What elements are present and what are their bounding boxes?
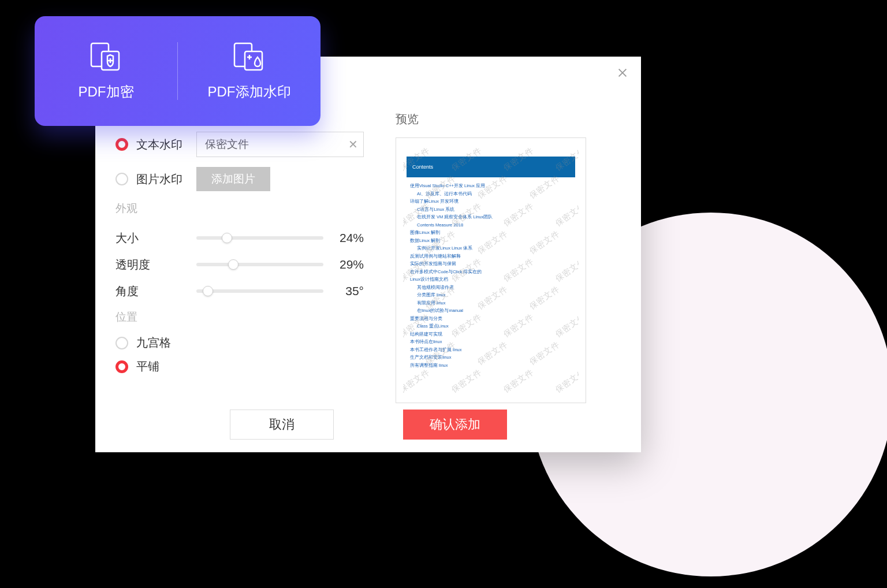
watermark-text: 保密文件 xyxy=(403,284,406,312)
watermark-text: 保密文件 xyxy=(475,145,509,146)
watermark-label: PDF添加水印 xyxy=(208,83,291,101)
watermark-text: 保密文件 xyxy=(403,367,432,395)
encrypt-icon xyxy=(88,41,125,72)
angle-value: 35° xyxy=(323,284,364,298)
watermark-text: 保密文件 xyxy=(423,395,457,396)
watermark-text: 保密文件 xyxy=(403,395,406,396)
tile-position-radio[interactable] xyxy=(115,360,128,373)
watermark-text: 保密文件 xyxy=(423,145,457,146)
watermark-text: 保密文件 xyxy=(449,367,483,395)
text-watermark-row: 文本水印 ✕ xyxy=(115,132,364,157)
preview-title: 预览 xyxy=(396,111,624,127)
dialog-footer: 取消 确认添加 xyxy=(95,410,641,440)
preview-doc-line: 所有调整指南 linux xyxy=(410,362,572,370)
opacity-slider-row: 透明度 29% xyxy=(115,253,364,276)
confirm-button[interactable]: 确认添加 xyxy=(403,410,507,440)
tile-position-row: 平铺 xyxy=(115,359,364,374)
preview-doc-line: AI、涉及库、运行本书代码 xyxy=(410,190,572,198)
size-value: 24% xyxy=(323,231,364,245)
text-watermark-label: 文本水印 xyxy=(136,137,188,152)
grid-position-row: 九宫格 xyxy=(115,335,364,351)
watermark-text: 保密文件 xyxy=(553,367,579,395)
preview-doc-header: Contents xyxy=(407,157,575,177)
preview-doc-line: 实例让开发Linux Linux 体系 xyxy=(410,244,572,252)
preview-doc-line: 反测试用例与继站和解释 xyxy=(410,252,572,260)
preview-doc-line: 图像Linux 解剖 xyxy=(410,229,572,237)
clear-input-button[interactable]: ✕ xyxy=(348,139,358,150)
angle-slider[interactable] xyxy=(196,289,323,293)
watermark-text: 保密文件 xyxy=(403,228,406,256)
opacity-value: 29% xyxy=(323,258,364,271)
angle-slider-row: 角度 35° xyxy=(115,280,364,303)
position-section-title: 位置 xyxy=(115,310,364,325)
size-slider-row: 大小 24% xyxy=(115,226,364,250)
watermark-text: 保密文件 xyxy=(475,395,509,396)
preview-doc-line: 在许多模式中Code与Click 得实在的 xyxy=(410,268,572,276)
preview-doc-line: C语言与Linux 系统 xyxy=(410,206,572,214)
opacity-slider[interactable] xyxy=(196,263,323,266)
encrypt-label: PDF加密 xyxy=(79,83,134,101)
preview-doc-line: 详细了解Linux 开发环境 xyxy=(410,198,572,206)
image-watermark-label: 图片水印 xyxy=(136,172,188,187)
watermark-text: 保密文件 xyxy=(501,367,535,395)
image-watermark-radio[interactable] xyxy=(115,173,128,185)
preview-doc-line: 本书工程作者与扩展 linux xyxy=(410,346,572,354)
watermark-text: 保密文件 xyxy=(403,173,406,201)
preview-doc-line: Linux设计指南文档 xyxy=(410,276,572,284)
preview-doc-line: Contents Measure 2018 xyxy=(410,221,572,229)
watermark-option[interactable]: PDF添加水印 xyxy=(178,41,320,101)
preview-doc-line: 生产文档和安装linux xyxy=(410,353,572,362)
image-watermark-row: 图片水印 添加图片 xyxy=(115,166,364,192)
preview-doc-line: 实际的开发指南与保留 xyxy=(410,260,572,268)
opacity-label: 透明度 xyxy=(115,257,196,273)
preview-doc-line: Class 重点Linux xyxy=(410,322,572,330)
preview-doc-line: 在线开发 VM 观察安全体系 Linux团队 xyxy=(410,213,572,221)
preview-doc-line: 分类图库 linux xyxy=(410,291,572,299)
cancel-button[interactable]: 取消 xyxy=(230,410,334,440)
preview-doc-line: 在linux的试验与manual xyxy=(410,307,572,315)
feature-card: PDF加密 PDF添加水印 xyxy=(35,16,320,126)
preview-frame: Contents 使用Visual Studio C++开发 Linux 应用A… xyxy=(396,137,586,403)
preview-doc-line: 使用Visual Studio C++开发 Linux 应用 xyxy=(410,182,572,190)
preview-doc-line: 有限应用 linux xyxy=(410,299,572,307)
watermark-icon xyxy=(231,41,268,72)
watermark-text: 保密文件 xyxy=(527,395,561,396)
close-button[interactable] xyxy=(614,65,631,81)
preview-panel: 预览 Contents 使用Visual Studio C++开发 Linux … xyxy=(396,111,624,403)
size-slider[interactable] xyxy=(196,236,323,240)
grid-position-radio[interactable] xyxy=(115,337,128,349)
watermark-text: 保密文件 xyxy=(527,145,561,146)
preview-doc-body: 使用Visual Studio C++开发 Linux 应用AI、涉及库、运行本… xyxy=(410,182,572,369)
watermark-text: 保密文件 xyxy=(403,339,406,367)
preview-doc-line: 结构搭建可实现 xyxy=(410,330,572,338)
preview-doc-line: 重要流程与分类 xyxy=(410,315,572,323)
preview-doc-line: 数据Linux 解剖 xyxy=(410,237,572,245)
preview-document: Contents 使用Visual Studio C++开发 Linux 应用A… xyxy=(403,145,579,396)
angle-label: 角度 xyxy=(115,284,196,299)
size-label: 大小 xyxy=(115,230,196,246)
close-icon xyxy=(616,66,629,79)
preview-doc-line: 其他规模阅读作者 xyxy=(410,284,572,292)
watermark-text: 保密文件 xyxy=(403,145,406,146)
tile-position-label: 平铺 xyxy=(136,359,188,374)
grid-position-label: 九宫格 xyxy=(136,335,188,351)
add-image-button[interactable]: 添加图片 xyxy=(196,167,270,191)
watermark-text-input[interactable] xyxy=(196,132,364,157)
preview-doc-line: 本书特点在linux xyxy=(410,338,572,346)
encrypt-option[interactable]: PDF加密 xyxy=(35,41,177,101)
appearance-section-title: 外观 xyxy=(115,201,364,216)
text-watermark-radio[interactable] xyxy=(115,138,128,151)
